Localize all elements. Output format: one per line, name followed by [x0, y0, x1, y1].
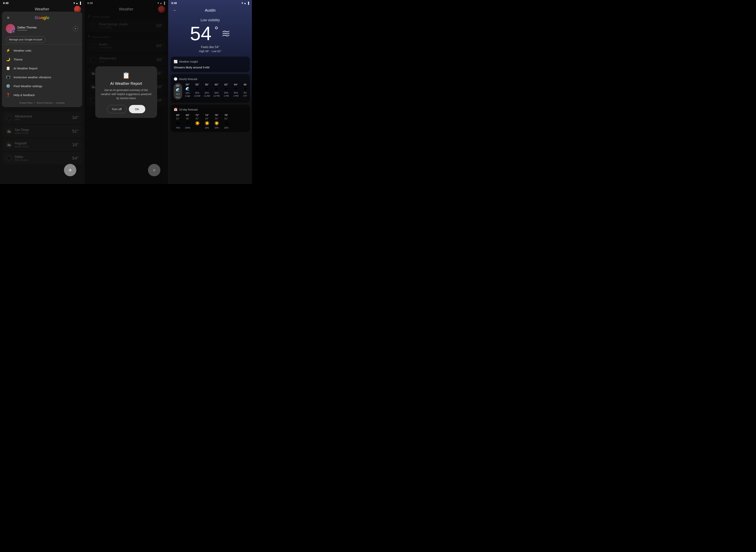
back-button[interactable]: ←: [171, 7, 179, 13]
weather-units-icon: ⚡: [6, 48, 10, 52]
detail-city-title: Austin: [205, 8, 216, 13]
hourly-item: 55° 🌊 20% 9 AM: [183, 83, 192, 100]
tenday-pct: 10%: [224, 127, 228, 129]
manage-account-button[interactable]: Manage your Google Account: [6, 36, 45, 43]
tenday-low: 61°: [224, 117, 228, 120]
hourly-pct: 50%: [234, 92, 238, 94]
hourly-temp: 55°: [176, 84, 180, 87]
hourly-pct: 50%: [224, 92, 228, 94]
licenses-link[interactable]: Licenses: [56, 102, 64, 104]
menu-item-help[interactable]: ❓ Help & feedback: [2, 91, 82, 99]
tenday-card-header: 📅 10-day forecast: [174, 108, 247, 111]
hourly-temp: 56°: [205, 83, 209, 86]
battery-icon-1: ▐: [79, 2, 81, 5]
hourly-time: 10 AM: [194, 95, 200, 97]
tenday-item: 74° 45° ☀️ 10%: [203, 114, 211, 129]
weather-icon-albuquerque-1: 🌤: [5, 114, 12, 121]
list-item-sandiego-1[interactable]: ⛅ San Diego Mostly cloudy 51°: [2, 125, 82, 137]
tenday-weather-icon: ☀️: [214, 121, 219, 126]
menu-label-vibrations: Immersive weather vibrations: [14, 76, 51, 79]
user-email: ••••••••••••: [17, 29, 70, 32]
help-icon: ❓: [6, 93, 10, 97]
google-menu: ✕ Google 📷 Dallas Thomas •••••••••••• ▾ …: [2, 12, 82, 107]
hourly-weather-icon: 🌧: [234, 87, 238, 91]
menu-label-weather-units: Weather units: [14, 49, 31, 52]
tenday-card: 📅 10-day forecast 69° 62° 🌧 70% 69° 48° …: [171, 105, 250, 132]
detail-header: ← Austin: [168, 5, 252, 15]
hero-temp-number: 54: [190, 24, 211, 43]
item-info-dallas-1: Dallas Rain showers: [15, 155, 70, 161]
tenday-high: 69°: [176, 114, 180, 117]
tenday-high: 74°: [205, 114, 209, 117]
hourly-icon: 🕐: [174, 77, 178, 81]
tenday-pct: 100%: [185, 127, 190, 129]
menu-item-theme[interactable]: 🌙 Theme: [2, 55, 82, 64]
time-3: 8:49: [171, 2, 177, 5]
hero-range: High 69° · Low 62°: [172, 50, 248, 53]
hourly-weather-icon: 🌧: [196, 87, 199, 91]
list-item-albuquerque-1[interactable]: 🌤 Albuquerque Clear 34°: [2, 112, 82, 124]
tenday-high: 78°: [224, 114, 228, 117]
ai-modal-icon: 📋: [100, 72, 153, 79]
theme-icon: 🌙: [6, 57, 10, 61]
hourly-temp: 55°: [195, 83, 199, 86]
menu-item-pixel-settings[interactable]: ⚙️ Pixel Weather settings: [2, 82, 82, 91]
tenday-high: 69°: [186, 114, 190, 117]
hourly-pct: 20%: [185, 92, 190, 94]
hourly-card-header: 🕐 Hourly forecast: [174, 77, 247, 81]
menu-item-vibrations[interactable]: 📳 Immersive weather vibrations: [2, 73, 82, 82]
tenday-low: 42°: [196, 117, 199, 120]
menu-label-ai-report: AI Weather Report: [14, 67, 37, 70]
battery-icon-3: ▐: [247, 2, 249, 5]
hero-weather-icon: ≋: [221, 28, 230, 39]
hourly-time: 12 PM: [213, 95, 220, 97]
hourly-label: Hourly forecast: [179, 78, 197, 81]
status-bar-1: 8:49 ▼▲ ▐: [0, 0, 84, 5]
terms-link[interactable]: Terms of Service: [36, 102, 52, 104]
hourly-item: 56° 🌧 65% 11 AM: [203, 83, 211, 100]
list-item-flagstaff-1[interactable]: ⛅ Flagstaff Mostly cloudy 16°: [2, 139, 82, 151]
time-1: 8:49: [3, 2, 8, 5]
hero-feels: Feels like 54°: [172, 45, 248, 49]
wifi-icon-1: ▼▲: [73, 2, 78, 5]
vibrations-icon: 📳: [6, 75, 10, 79]
hourly-time: 11 AM: [204, 95, 210, 97]
tenday-weather-icon: ☀️: [195, 121, 200, 126]
insight-card-header: 📈 Weather insight: [174, 60, 247, 63]
tenday-pct: 10%: [214, 127, 219, 129]
privacy-policy-link[interactable]: Privacy Policy: [19, 102, 33, 104]
turn-off-button[interactable]: Turn off: [107, 105, 127, 113]
menu-footer: Privacy Policy • Terms of Service • Lice…: [2, 99, 82, 104]
item-info-albuquerque-1: Albuquerque Clear: [15, 115, 70, 121]
tenday-low: 45°: [205, 117, 209, 120]
hourly-item: 64° 🌧 50% 2 PM: [232, 83, 240, 100]
ok-button[interactable]: OK: [129, 105, 146, 113]
weather-icon-sandiego-1: ⛅: [5, 128, 12, 135]
user-dropdown-button[interactable]: ▾: [73, 26, 78, 31]
hero-condition: Low visibility: [172, 18, 248, 22]
hourly-pct: 65%: [195, 92, 199, 94]
user-avatar: 📷: [6, 24, 15, 33]
tenday-weather-icon: ⛈: [185, 121, 190, 126]
tenday-row: 69° 62° 🌧 70% 69° 48° ⛈ 100% 72° 42° ☀️ …: [174, 114, 247, 129]
tenday-weather-icon: 🌧: [176, 121, 180, 126]
weather-icon-dallas-1: 🌧: [5, 155, 12, 162]
menu-item-ai-report[interactable]: 📋 AI Weather Report: [2, 64, 82, 73]
tenday-icon: 📅: [174, 108, 178, 111]
status-icons-1: ▼▲ ▐: [73, 2, 81, 5]
menu-label-theme: Theme: [14, 58, 23, 61]
hero-temp-row: 54 ° ≋: [172, 24, 248, 43]
google-menu-header: ✕ Google: [2, 12, 82, 22]
menu-item-weather-units[interactable]: ⚡ Weather units: [2, 46, 82, 55]
status-bar-3: 8:49 ▼▲ ▐: [168, 0, 252, 5]
hourly-time: 1 PM: [224, 95, 229, 97]
wifi-icon-3: ▼▲: [241, 2, 246, 5]
hourly-pct: 65%: [205, 92, 209, 94]
hourly-weather-icon: 🌧: [215, 87, 218, 91]
close-menu-button[interactable]: ✕: [6, 15, 11, 21]
panel-3: 8:49 ▼▲ ▐ ← Austin Low visibility 54 ° ≋…: [168, 0, 252, 184]
user-name: Dallas Thomas: [17, 26, 70, 29]
add-location-fab-1[interactable]: +: [64, 164, 76, 176]
list-item-dallas-1[interactable]: 🌧 Dallas Rain showers 54°: [2, 152, 82, 164]
item-info-flagstaff-1: Flagstaff Mostly cloudy: [15, 142, 70, 148]
